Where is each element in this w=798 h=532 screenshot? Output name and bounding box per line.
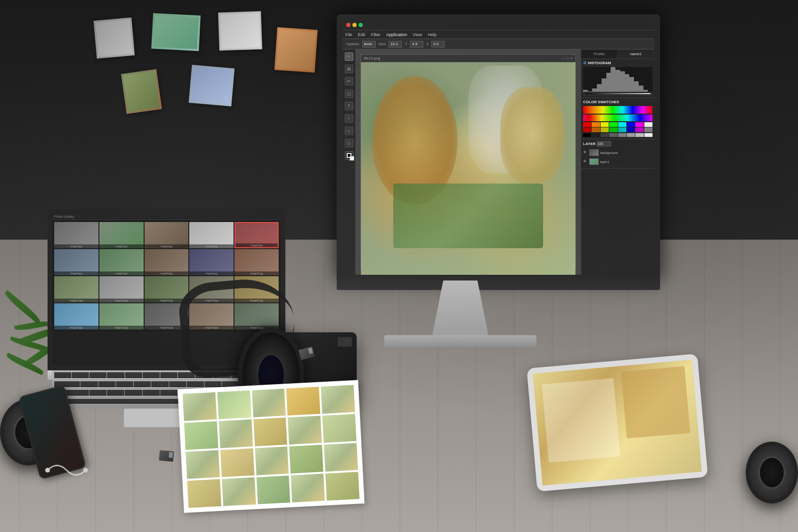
print-cell-19 [291,474,325,503]
memory-card-connector [308,348,313,354]
photo-thumb-13[interactable]: image13.jpg [145,276,189,302]
key [160,390,177,396]
photo-thumb-9[interactable]: image9.jpg [189,249,234,275]
swatch-red[interactable] [583,122,591,127]
close-button[interactable] [346,23,350,27]
swatch-dark-green[interactable] [609,127,617,132]
swatch-blue[interactable] [627,122,635,127]
canvas-area: file12.png − □ × [356,49,581,275]
histogram-area [583,67,652,96]
photo-thumb-14[interactable]: image14.jpg [189,276,234,302]
swatch-dark-red[interactable] [583,127,591,132]
tool-eraser[interactable]: ◻ [345,89,353,98]
photo-thumb-1[interactable]: image1.jpg [54,222,98,248]
layer-1[interactable]: 👁 layer1 [583,157,652,166]
menu-view[interactable]: View [413,32,422,37]
swatch-white[interactable] [644,122,652,127]
options-label: Options [346,42,360,46]
print-cell-12 [220,448,254,477]
layer-background[interactable]: 👁 background [583,148,652,157]
options-y-input[interactable] [410,41,423,48]
tool-color[interactable] [345,151,353,160]
swatch-gray[interactable] [644,127,652,132]
minimize-button[interactable] [352,23,357,27]
y-label: Y [405,42,407,46]
photo-thumb-6[interactable]: image6.jpg [54,249,98,275]
key [125,390,142,396]
profile-tab[interactable]: Profile [581,49,618,58]
photo-thumb-10[interactable]: image10.jpg [234,249,279,275]
photo-thumb-12[interactable]: image12.jpg [99,276,144,302]
swatch-gray-6[interactable] [635,133,643,137]
key [195,372,213,378]
tool-zoom[interactable]: ⌕ [345,126,353,135]
layer-eye-icon-1[interactable]: 👁 [583,150,588,155]
photo-grid: image1.jpg image2.jpg image3.jpg image4.… [52,220,281,331]
histogram-slider [583,92,652,96]
swatch-magenta[interactable] [635,122,643,127]
photo-thumb-2[interactable]: image2.jpg [99,222,144,248]
food-photo [361,62,575,275]
swatch-gray-3[interactable] [609,133,617,137]
swatch-black[interactable] [583,133,591,137]
photo-thumb-18[interactable]: image18.jpg [145,303,189,329]
photo-thumb-11[interactable]: image11.jpg [54,276,98,302]
photo-thumb-16[interactable]: image16.jpg [54,303,98,329]
photo-thumb-15[interactable]: image15.jpg [234,276,279,302]
tool-info[interactable]: i [345,114,353,123]
swatch-gray-4[interactable] [618,133,626,137]
photo-thumb-5-selected[interactable]: image5.jpg [234,222,279,248]
layer-eye-icon-2[interactable]: 👁 [583,159,588,164]
swatch-gray-1[interactable] [592,133,600,137]
key [107,390,124,396]
tool-select[interactable]: ↖ [345,52,353,61]
layer-opacity-input[interactable] [597,141,611,146]
menu-file[interactable]: File [345,32,352,37]
photo-thumb-19[interactable]: image19.jpg [189,303,234,329]
swatch-green[interactable] [609,122,617,127]
options-level-input[interactable] [362,41,376,48]
image-maximize-icon[interactable]: □ [566,56,568,60]
tool-brush[interactable]: ✏ [345,77,353,86]
histogram-section: ⚙ HISTOGRAM [581,59,654,98]
photo-thumb-3[interactable]: image3.jpg [145,222,189,248]
swatch-white-2[interactable] [644,133,652,137]
swatch-dark-cyan[interactable] [618,127,626,132]
options-size-input[interactable] [389,41,402,48]
photo-thumb-7[interactable]: image7.jpg [99,249,144,275]
swatch-dark-orange[interactable] [592,127,600,132]
menu-edit[interactable]: Edit [358,32,366,37]
swatch-dark-yellow[interactable] [601,127,609,132]
swatch-gray-5[interactable] [627,133,635,137]
photo-thumb-4[interactable]: image4.jpg [189,222,234,248]
image-close-icon[interactable]: × [570,56,573,60]
maximize-button[interactable] [359,23,363,27]
menu-help[interactable]: Help [428,32,437,37]
key [72,372,89,378]
color-gradient-bar[interactable] [583,106,652,114]
photo-label-4: image4.jpg [189,244,234,248]
tool-text[interactable]: T [345,102,353,110]
tool-shape[interactable]: ◇ [345,139,353,147]
color-spectrum-bar[interactable] [583,115,652,121]
photo-thumb-17[interactable]: image17.jpg [99,303,144,329]
photo-thumb-8[interactable]: image8.jpg [145,249,189,275]
swatch-orange[interactable] [592,122,600,127]
menu-filter[interactable]: Filter [371,32,380,37]
swatch-gray-2[interactable] [601,133,609,137]
camera-viewfinder [338,337,352,347]
print-cell-6 [184,421,218,450]
name1-tab[interactable]: name1 [618,49,654,58]
image-minimize-icon[interactable]: − [562,56,564,60]
menu-application[interactable]: Application [386,32,407,37]
swatch-dark-blue[interactable] [627,127,635,132]
food-element-4 [500,87,564,184]
tool-crop[interactable]: ⊞ [345,65,353,73]
swatch-dark-magenta[interactable] [635,127,643,132]
swatch-cyan[interactable] [618,122,626,127]
print-cell-5 [321,385,355,414]
photo-thumb-20[interactable]: image20.jpg [234,303,279,329]
key [204,381,222,387]
swatch-yellow[interactable] [601,122,609,127]
options-z-input[interactable] [431,41,445,48]
